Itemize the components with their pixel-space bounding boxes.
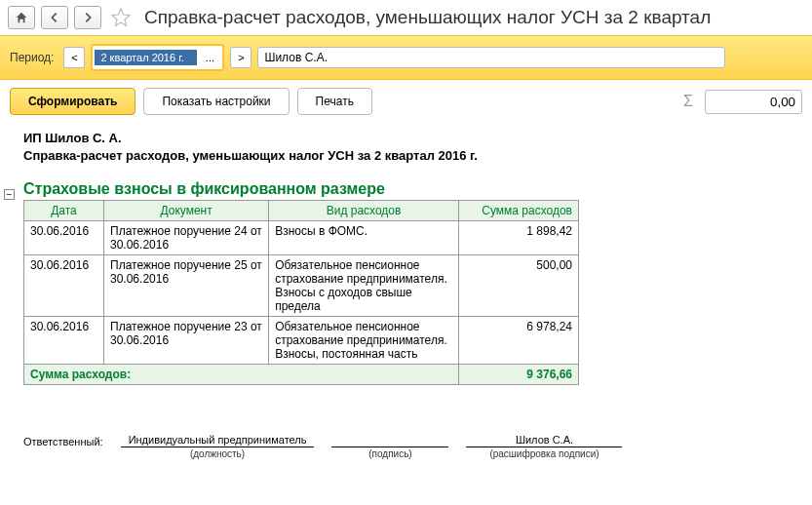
expense-table: Дата Документ Вид расходов Сумма расходо…: [23, 200, 579, 385]
col-date: Дата: [24, 201, 104, 221]
home-button[interactable]: [8, 6, 35, 29]
period-next-button[interactable]: >: [230, 47, 251, 68]
ip-name: ИП Шилов С. А.: [23, 131, 789, 145]
table-row: 30.06.2016 Платежное поручение 25 от 30.…: [24, 255, 579, 317]
show-settings-button[interactable]: Показать настройки: [143, 88, 289, 115]
table-row: 30.06.2016 Платежное поручение 23 от 30.…: [24, 317, 579, 365]
period-label: Период:: [10, 51, 54, 64]
favorite-icon[interactable]: [111, 8, 131, 27]
signature-position: Индивидуальный предприниматель (должност…: [121, 434, 315, 459]
print-button[interactable]: Печать: [297, 88, 372, 115]
col-sum: Сумма расходов: [458, 201, 578, 221]
period-prev-button[interactable]: <: [63, 47, 85, 68]
collapse-toggle[interactable]: −: [4, 189, 15, 200]
section-title: Страховые взносы в фиксированном размере: [23, 180, 789, 198]
col-doc: Документ: [104, 201, 269, 221]
forward-button[interactable]: [74, 6, 101, 29]
page-title: Справка-расчет расходов, уменьшающих нал…: [144, 7, 711, 28]
report-title: Справка-расчет расходов, уменьшающих нал…: [23, 148, 789, 163]
sigma-icon: Σ: [683, 93, 693, 110]
period-value[interactable]: 2 квартал 2016 г.: [95, 50, 197, 65]
generate-button[interactable]: Сформировать: [10, 88, 135, 115]
period-picker-button[interactable]: ...: [199, 48, 220, 67]
col-type: Вид расходов: [269, 201, 459, 221]
table-row: 30.06.2016 Платежное поручение 24 от 30.…: [24, 221, 579, 255]
back-button[interactable]: [41, 6, 68, 29]
signature-name: Шилов С.А. (расшифровка подписи): [466, 434, 622, 459]
sum-input[interactable]: [705, 90, 802, 114]
signature-sign: (подпись): [331, 434, 448, 459]
responsible-label: Ответственный:: [23, 436, 103, 459]
period-input-group[interactable]: 2 квартал 2016 г. ...: [91, 44, 224, 71]
total-row: Сумма расходов: 9 376,66: [24, 365, 579, 385]
user-input[interactable]: [257, 47, 725, 68]
